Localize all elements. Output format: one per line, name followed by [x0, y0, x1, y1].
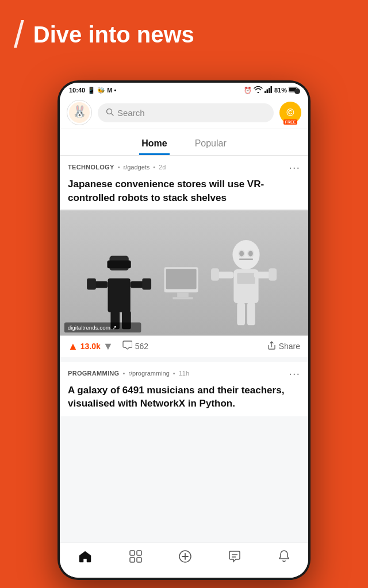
svg-rect-2	[269, 88, 270, 93]
post-title-2: A galaxy of 6491 musicians and their tea…	[60, 381, 308, 417]
coin-icon: ©	[286, 107, 294, 118]
svg-point-25	[232, 240, 259, 269]
svg-rect-0	[264, 91, 266, 93]
svg-rect-35	[211, 268, 219, 281]
signal-icon	[264, 86, 273, 94]
share-section-1[interactable]: Share	[267, 341, 300, 351]
wifi-icon	[254, 86, 263, 94]
svg-rect-22	[166, 269, 197, 289]
upvote-button-1[interactable]: ▲	[68, 341, 78, 353]
bottom-nav	[60, 543, 308, 578]
content-area: TECHNOLOGY • r/gadgets • 2d ··· Japanese…	[60, 156, 308, 543]
svg-rect-44	[137, 558, 141, 562]
svg-point-28	[239, 250, 244, 256]
svg-rect-1	[266, 90, 268, 94]
post-meta-left-2: PROGRAMMING • r/programming • 11h	[68, 370, 189, 377]
svg-text:digitaltrends.com ↗: digitaltrends.com ↗	[68, 324, 117, 331]
phone-screen: 10:40 📱 🐝 M • ⏰	[60, 83, 308, 578]
post-meta-1: TECHNOLOGY • r/gadgets • 2d ···	[60, 156, 308, 175]
comment-icon-1	[122, 341, 132, 352]
nav-create[interactable]	[172, 548, 198, 568]
nav-home[interactable]	[71, 548, 99, 568]
svg-line-10	[112, 113, 114, 115]
status-bar: 10:40 📱 🐝 M • ⏰	[60, 83, 308, 96]
svg-rect-24	[172, 297, 193, 299]
search-bar[interactable]: Search	[98, 103, 274, 122]
slash-icon: /	[14, 16, 24, 53]
post-more-button-1[interactable]: ···	[289, 161, 300, 173]
vote-count-1: 13.0k	[80, 342, 101, 351]
post-title-1: Japanese convenience stores will use VR-…	[60, 175, 308, 210]
status-time: 10:40	[69, 87, 85, 94]
home-icon	[78, 550, 92, 566]
svg-point-29	[248, 250, 253, 256]
free-label: FREE	[283, 119, 298, 125]
nav-chat[interactable]	[221, 548, 248, 568]
post-category-1: TECHNOLOGY	[68, 164, 114, 171]
post-card-2: PROGRAMMING • r/programming • 11h ··· A …	[60, 362, 308, 417]
vote-section-1: ▲ 13.0k ▼	[68, 341, 113, 353]
post-image-1: digitaltrends.com ↗	[60, 210, 308, 336]
create-icon	[179, 550, 191, 566]
tabs-bar: Home Popular	[60, 129, 308, 156]
tab-home[interactable]: Home	[139, 135, 169, 155]
svg-text:🐰: 🐰	[72, 105, 87, 118]
svg-rect-36	[269, 268, 277, 281]
downvote-button-1[interactable]: ▼	[103, 341, 113, 353]
svg-rect-14	[107, 260, 131, 268]
search-placeholder: Search	[117, 108, 145, 118]
status-right: ⏰ 81%	[244, 86, 299, 94]
post-category-2: PROGRAMMING	[68, 370, 119, 377]
phone-mockup: 10:40 📱 🐝 M • ⏰	[57, 80, 310, 580]
alarm-icon: ⏰	[244, 87, 252, 94]
post-actions-1: ▲ 13.0k ▼ 562	[60, 336, 308, 357]
svg-rect-32	[237, 273, 255, 284]
svg-rect-43	[130, 558, 135, 562]
post-more-button-2[interactable]: ···	[289, 368, 300, 379]
battery-level: 81%	[274, 87, 287, 94]
svg-rect-34	[254, 272, 271, 278]
comment-count-1: 562	[135, 342, 148, 351]
post-subreddit-name-2: r/programming	[128, 370, 170, 377]
svg-rect-38	[247, 303, 255, 325]
status-left: 10:40 📱 🐝 M •	[69, 87, 116, 94]
chat-icon	[228, 550, 241, 566]
share-icon-1	[267, 341, 276, 351]
svg-rect-37	[237, 303, 245, 325]
nav-explore[interactable]	[122, 548, 149, 568]
post-subreddit-name-1: r/gadgets	[123, 164, 150, 171]
svg-rect-18	[142, 278, 151, 289]
header-area: / Dive into news	[0, 0, 368, 62]
bell-icon	[278, 550, 290, 566]
app-header: 🐰 Search © FREE	[60, 96, 308, 129]
explore-icon	[129, 550, 142, 566]
post-time-2: 11h	[179, 370, 189, 377]
svg-rect-42	[137, 551, 141, 555]
coin-badge[interactable]: © FREE	[279, 102, 301, 123]
svg-rect-12	[108, 278, 130, 312]
share-label-1: Share	[279, 342, 300, 351]
post-meta-left-1: TECHNOLOGY • r/gadgets • 2d	[68, 164, 166, 171]
header-title: Dive into news	[33, 22, 194, 47]
svg-rect-17	[87, 278, 96, 289]
app-logo: 🐰	[67, 100, 92, 125]
comment-section-1[interactable]: 562	[122, 341, 148, 352]
svg-rect-23	[177, 292, 189, 297]
post-meta-2: PROGRAMMING • r/programming • 11h ···	[60, 362, 308, 381]
post-time-1: 2d	[159, 164, 166, 171]
tab-popular[interactable]: Popular	[193, 135, 229, 155]
post-card-1: TECHNOLOGY • r/gadgets • 2d ··· Japanese…	[60, 156, 308, 357]
nav-notifications[interactable]	[271, 548, 297, 568]
svg-rect-41	[130, 551, 135, 555]
svg-rect-3	[270, 86, 272, 93]
search-icon	[106, 108, 114, 118]
status-icons: 📱 🐝 M •	[87, 87, 116, 94]
svg-rect-33	[217, 272, 233, 278]
camera-dot	[294, 88, 300, 94]
